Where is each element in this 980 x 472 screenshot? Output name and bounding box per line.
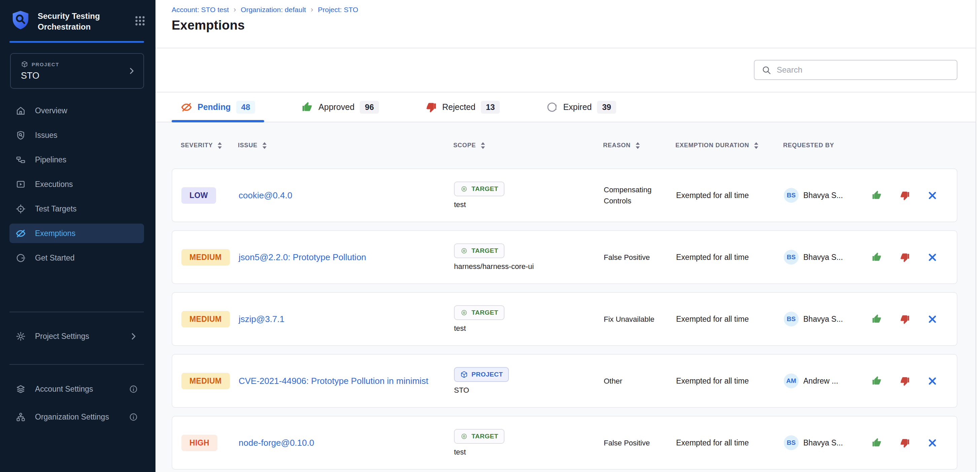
avatar: BS (784, 250, 799, 265)
chevron-right-icon (129, 332, 138, 341)
approve-button-thumb-up-icon[interactable] (872, 190, 882, 201)
cancel-button-close-icon[interactable] (928, 191, 937, 200)
duration-text: Exempted for all time (676, 377, 784, 386)
sort-icon[interactable] (754, 142, 759, 149)
tab-count-badge: 39 (597, 101, 616, 114)
column-header-severity: SEVERITY (181, 142, 238, 149)
tab-pending[interactable]: Pending 48 (172, 92, 264, 122)
tab-expired[interactable]: Expired 39 (537, 92, 625, 122)
cancel-button-close-icon[interactable] (928, 438, 937, 448)
sidebar-item-executions[interactable]: Executions (10, 174, 144, 194)
reason-text: False Positive (604, 437, 676, 448)
exemptions-table: SEVERITY ISSUE SCOPE REASON EXEMPTION DU… (156, 122, 980, 472)
requester-name: Bhavya S... (803, 315, 843, 324)
tab-rejected[interactable]: Rejected 13 (416, 92, 509, 122)
breadcrumb: Account: STO test › Organization: defaul… (172, 5, 980, 14)
thumb-down-icon (425, 101, 437, 113)
sidebar-item-label: Project Settings (35, 332, 89, 341)
column-header-issue: ISSUE (238, 142, 453, 149)
cancel-button-close-icon[interactable] (928, 314, 937, 324)
scope-name: test (454, 324, 466, 333)
search-input[interactable] (777, 65, 950, 74)
project-label-text: PROJECT (32, 62, 59, 67)
page-header: Account: STO test › Organization: defaul… (156, 0, 980, 48)
sidebar-item-issues[interactable]: Issues (10, 125, 144, 145)
sidebar-item-exemptions[interactable]: Exemptions (10, 223, 144, 243)
duration-text: Exempted for all time (676, 315, 784, 324)
cancel-button-close-icon[interactable] (928, 376, 937, 386)
sidebar-item-pipelines[interactable]: Pipelines (10, 150, 144, 169)
breadcrumb-separator: › (310, 5, 313, 14)
approve-button-thumb-up-icon[interactable] (872, 438, 882, 448)
thumb-up-icon (302, 101, 313, 113)
approve-button-thumb-up-icon[interactable] (872, 376, 882, 386)
sidebar-item-account-settings[interactable]: Account Settings (10, 379, 144, 399)
sidebar-item-project-settings[interactable]: Project Settings (10, 326, 144, 346)
approve-button-thumb-up-icon[interactable] (872, 314, 882, 325)
search-box (754, 60, 958, 80)
table-row: HIGH node-forge@0.10.0 TARGET test False… (172, 416, 958, 470)
reason-text: Other (604, 375, 676, 386)
app-title: Security Testing Orchestration (38, 11, 134, 33)
project-selector[interactable]: PROJECT STO (10, 53, 144, 89)
duration-text: Exempted for all time (676, 253, 784, 262)
sidebar-item-label: Executions (35, 180, 73, 189)
column-header-requested-by: REQUESTED BY (783, 142, 865, 149)
sort-icon[interactable] (262, 142, 267, 149)
issue-link[interactable]: node-forge@0.10.0 (239, 438, 314, 448)
avatar: BS (784, 312, 799, 326)
crosshair-icon (16, 204, 26, 214)
sidebar-item-label: Account Settings (35, 385, 93, 394)
sidebar-divider (10, 364, 144, 365)
duration-text: Exempted for all time (676, 191, 784, 200)
requester-name: Bhavya S... (803, 439, 843, 447)
cancel-button-close-icon[interactable] (928, 252, 937, 262)
approve-button-thumb-up-icon[interactable] (872, 252, 882, 263)
home-icon (16, 106, 26, 116)
cube-icon (460, 371, 468, 379)
project-selector-label: PROJECT (21, 60, 135, 68)
reject-button-thumb-down-icon[interactable] (900, 190, 910, 201)
reject-button-thumb-down-icon[interactable] (900, 376, 910, 386)
breadcrumb-account[interactable]: Account: STO test (172, 6, 229, 14)
issue-link[interactable]: json5@2.2.0: Prototype Pollution (239, 252, 366, 262)
table-row: LOW cookie@0.4.0 TARGET test Compensatin… (172, 168, 958, 222)
sidebar-item-test-targets[interactable]: Test Targets (10, 199, 144, 219)
info-icon[interactable] (129, 412, 138, 421)
app-root: Security Testing Orchestration PROJECT S… (0, 0, 980, 472)
tab-approved[interactable]: Approved 96 (293, 92, 388, 122)
layers-icon (16, 384, 26, 394)
reject-button-thumb-down-icon[interactable] (900, 314, 910, 325)
table-header-row: SEVERITY ISSUE SCOPE REASON EXEMPTION DU… (172, 122, 958, 168)
tab-count-badge: 96 (360, 101, 379, 114)
gear-icon (16, 331, 26, 342)
sidebar-nav: Overview Issues Pipelines Executions Tes… (10, 101, 144, 272)
get-started-icon (16, 253, 26, 263)
sidebar-item-get-started[interactable]: Get Started (10, 248, 144, 268)
issue-link[interactable]: jszip@3.7.1 (239, 314, 285, 324)
tab-count-badge: 13 (481, 101, 500, 114)
sort-icon[interactable] (217, 142, 223, 149)
reject-button-thumb-down-icon[interactable] (900, 252, 910, 263)
table-row: MEDIUM jszip@3.7.1 TARGET test Fix Unava… (172, 292, 958, 346)
breadcrumb-organization[interactable]: Organization: default (240, 6, 306, 14)
target-icon (460, 247, 468, 255)
eye-off-icon (181, 101, 192, 113)
info-icon[interactable] (129, 385, 138, 394)
scope-type-badge: TARGET (454, 243, 504, 258)
sort-icon[interactable] (480, 142, 485, 149)
sidebar-item-label: Test Targets (35, 204, 77, 214)
tab-count-badge: 48 (236, 101, 255, 114)
module-grid-icon[interactable] (134, 15, 146, 27)
vertical-scrollbar[interactable] (975, 0, 980, 472)
issue-link[interactable]: cookie@0.4.0 (239, 190, 292, 200)
issue-link[interactable]: CVE-2021-44906: Prototype Pollution in m… (239, 376, 428, 386)
toolbar (156, 48, 980, 92)
sidebar-item-overview[interactable]: Overview (10, 101, 144, 120)
sidebar-item-organization-settings[interactable]: Organization Settings (10, 407, 144, 427)
chevron-right-icon (127, 67, 136, 75)
scope-name: harness/harness-core-ui (454, 262, 534, 271)
reject-button-thumb-down-icon[interactable] (900, 438, 910, 448)
sort-icon[interactable] (635, 142, 640, 149)
breadcrumb-project[interactable]: Project: STO (318, 6, 358, 14)
